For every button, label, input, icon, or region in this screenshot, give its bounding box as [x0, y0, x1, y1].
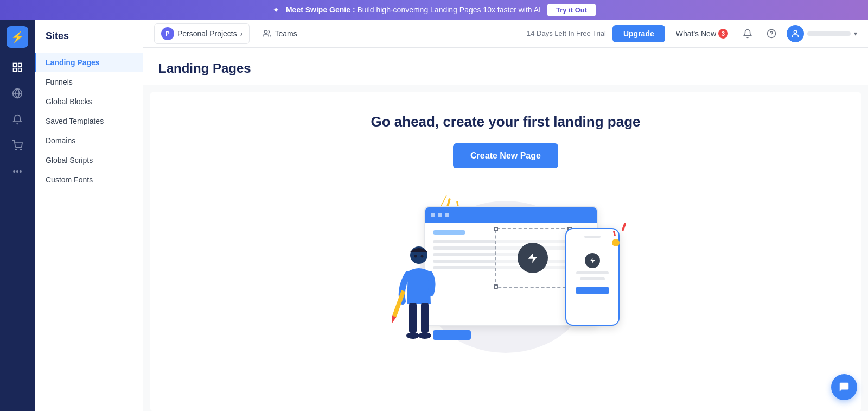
svg-rect-3 — [18, 68, 22, 72]
user-dropdown[interactable]: ▾ — [787, 25, 857, 42]
try-it-out-button[interactable]: Try it Out — [547, 4, 596, 16]
notification-bell-button[interactable] — [739, 25, 756, 42]
sidebar-icon-megaphone[interactable] — [7, 109, 28, 130]
banner-text: Meet Swipe Genie : Build high-converting… — [286, 5, 541, 14]
help-icon — [767, 29, 776, 39]
page-title: Landing Pages — [143, 48, 868, 85]
nav-item-global-blocks[interactable]: Global Blocks — [35, 92, 143, 111]
phone-blue-btn — [576, 287, 609, 294]
phone-window — [565, 228, 620, 326]
phone-line2 — [580, 277, 605, 280]
project-name: Personal Projects — [177, 29, 237, 38]
svg-rect-2 — [14, 68, 17, 72]
nav-item-domains[interactable]: Domains — [35, 131, 143, 150]
svg-point-23 — [418, 332, 431, 339]
svg-point-6 — [16, 149, 17, 150]
project-chevron-icon: › — [240, 29, 243, 38]
browser-titlebar — [425, 207, 597, 223]
svg-point-25 — [421, 255, 424, 258]
whats-new-label: What's New — [676, 29, 716, 38]
avatar — [787, 25, 804, 42]
content-area: P Personal Projects › Teams 14 Days Left… — [143, 20, 868, 411]
empty-state-heading: Go ahead, create your first landing page — [371, 113, 640, 130]
svg-point-24 — [414, 255, 417, 258]
svg-point-7 — [21, 149, 22, 150]
empty-state: Go ahead, create your first landing page… — [150, 92, 861, 411]
sparkle-icon: ✦ — [272, 5, 279, 15]
main-content: Go ahead, create your first landing page… — [150, 92, 861, 411]
top-header: P Personal Projects › Teams 14 Days Left… — [143, 20, 868, 48]
phone-line1 — [576, 271, 609, 274]
selection-center-icon — [518, 243, 548, 273]
svg-point-22 — [406, 332, 419, 339]
browser-dot3 — [445, 213, 449, 217]
whats-new-button[interactable]: What's New 3 — [672, 26, 732, 42]
svg-point-9 — [17, 171, 18, 173]
selection-box — [495, 228, 571, 288]
sparkle-bar1 — [446, 198, 451, 207]
svg-marker-19 — [392, 315, 396, 325]
sidebar-icon-cart[interactable] — [7, 135, 28, 156]
app-layout: ⚡ Sites Landing Pages Funnels Global Blo… — [0, 20, 868, 411]
phone-notch — [584, 236, 601, 238]
person-illustration — [392, 239, 446, 358]
nav-item-landing-pages[interactable]: Landing Pages — [35, 53, 143, 72]
upgrade-button[interactable]: Upgrade — [612, 25, 665, 42]
svg-point-14 — [794, 30, 796, 33]
top-banner: ✦ Meet Swipe Genie : Build high-converti… — [0, 0, 868, 20]
svg-rect-1 — [18, 64, 22, 67]
sidebar-icon-grid[interactable] — [7, 161, 28, 182]
svg-point-10 — [20, 171, 22, 173]
svg-rect-20 — [409, 303, 417, 333]
whats-new-badge: 3 — [718, 29, 728, 39]
trial-text: 14 Days Left In Free Trial — [527, 29, 606, 37]
nav-item-saved-templates[interactable]: Saved Templates — [35, 111, 143, 131]
browser-dot2 — [438, 213, 442, 217]
sidebar-icon-sites[interactable] — [7, 56, 28, 78]
sidebar-icon-globe[interactable] — [7, 83, 28, 104]
browser-squiggle — [433, 230, 465, 235]
nav-sidebar: Sites Landing Pages Funnels Global Block… — [35, 20, 143, 411]
svg-marker-15 — [528, 253, 538, 263]
yellow-dot2 — [612, 239, 620, 246]
user-chevron-icon: ▾ — [854, 30, 857, 37]
sparkle1-icon: ╱ — [441, 195, 446, 207]
chat-icon — [838, 381, 850, 393]
teams-icon — [263, 29, 271, 38]
nav-item-funnels[interactable]: Funnels — [35, 72, 143, 92]
svg-rect-21 — [421, 303, 429, 333]
bell-icon — [743, 29, 752, 39]
teams-button[interactable]: Teams — [256, 26, 303, 41]
logo-icon: ⚡ — [11, 30, 24, 43]
phone-icon — [585, 253, 600, 268]
sites-title: Sites — [35, 30, 143, 53]
svg-point-8 — [14, 171, 15, 173]
svg-rect-0 — [14, 64, 17, 67]
handle-tl — [494, 227, 498, 231]
svg-marker-16 — [590, 258, 595, 263]
teams-label: Teams — [275, 29, 297, 38]
nav-item-global-scripts[interactable]: Global Scripts — [35, 150, 143, 170]
browser-dot1 — [431, 213, 435, 217]
create-new-page-button[interactable]: Create New Page — [453, 143, 558, 168]
sparkle-right1 — [621, 223, 626, 231]
svg-point-11 — [265, 30, 267, 33]
project-selector[interactable]: P Personal Projects › — [154, 23, 250, 44]
project-avatar: P — [161, 27, 174, 40]
user-name — [807, 31, 851, 36]
illustration: ╱ — — [370, 185, 641, 358]
handle-bl — [494, 284, 498, 289]
logo-button[interactable]: ⚡ — [7, 26, 28, 48]
icon-sidebar: ⚡ — [0, 20, 35, 411]
page-content: Landing Pages Go ahead, create your firs… — [143, 48, 868, 411]
chat-button[interactable] — [831, 374, 857, 400]
help-button[interactable] — [763, 25, 780, 42]
nav-item-custom-fonts[interactable]: Custom Fonts — [35, 170, 143, 189]
